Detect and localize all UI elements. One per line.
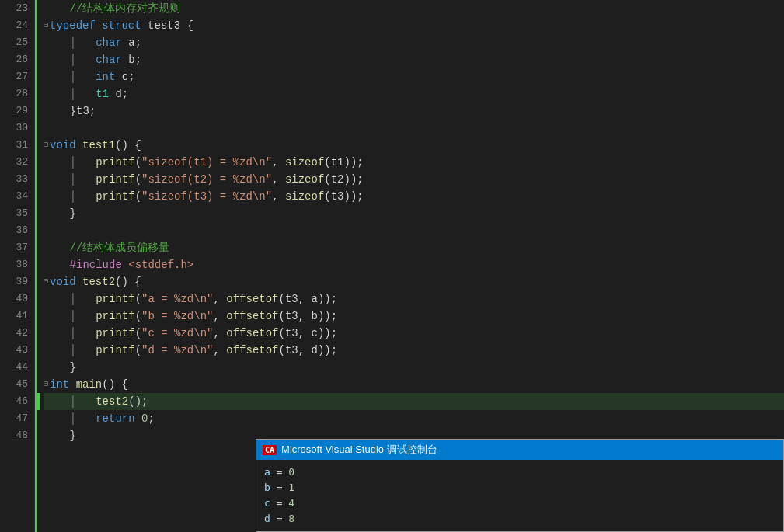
- fn-sizeof-33: sizeof: [285, 171, 324, 188]
- line-num-42: 42: [3, 325, 28, 342]
- kw-void-31: void: [50, 137, 76, 154]
- fn-test2-call: test2: [96, 393, 128, 410]
- fn-offsetof-42: offsetof: [226, 325, 278, 342]
- line-num-36: 36: [3, 222, 28, 239]
- line-num-39: 39: [3, 273, 28, 290]
- code-line-30: [44, 120, 784, 137]
- line-num-31: 31: [3, 137, 28, 154]
- fn-offsetof-40: offsetof: [226, 290, 278, 308]
- line-num-45: 45: [3, 376, 28, 393]
- collapse-icon-39[interactable]: ⊟: [44, 273, 48, 290]
- indent-bar-25: │: [70, 34, 96, 51]
- collapse-icon-45[interactable]: ⊟: [44, 376, 48, 393]
- code-line-40: │ printf ( "a = %zd\n" , offsetof (t3, a…: [44, 290, 784, 308]
- comment-37: //结构体成员偏移量: [70, 239, 170, 256]
- indent-bar-27: │: [70, 68, 96, 85]
- fn-printf-43: printf: [96, 342, 134, 359]
- code-line-28: │ t1 d;: [44, 85, 784, 103]
- str-40: "a = %zd\n": [141, 290, 213, 308]
- line-num-29: 29: [3, 103, 28, 120]
- line-num-38: 38: [3, 256, 28, 273]
- str-32: "sizeof(t1) = %zd\n": [141, 154, 272, 171]
- code-line-31: ⊟ void test1 () {: [44, 137, 784, 154]
- code-line-36: [44, 222, 784, 239]
- line-num-30: 30: [3, 120, 28, 137]
- fn-sizeof-32: sizeof: [285, 154, 324, 171]
- code-line-29: }t3;: [44, 103, 784, 120]
- fn-printf-33: printf: [96, 171, 134, 188]
- line-num-23: 23: [3, 0, 28, 17]
- fn-printf-42: printf: [96, 325, 134, 342]
- code-line-25: │ char a;: [44, 34, 784, 51]
- fn-test1: test1: [82, 137, 115, 154]
- debug-console-body: a = 0 b = 1 c = 4 d = 8: [256, 460, 783, 531]
- debug-console: CA Microsoft Visual Studio 调试控制台 a = 0 b…: [256, 439, 784, 532]
- kw-char-26: char: [96, 51, 122, 68]
- space: [96, 17, 102, 34]
- line-num-43: 43: [3, 342, 28, 359]
- line-num-48: 48: [3, 427, 28, 444]
- num-0: 0: [141, 410, 148, 427]
- kw-struct: struct: [102, 17, 141, 34]
- str-34: "sizeof(t3) = %zd\n": [141, 188, 272, 205]
- left-accent-bar: [35, 0, 37, 532]
- code-line-23: //结构体内存对齐规则: [44, 0, 784, 17]
- fn-offsetof-43: offsetof: [226, 342, 278, 359]
- line-num-46: 46: [3, 393, 28, 410]
- kw-typedef: typedef: [50, 17, 96, 34]
- fn-printf-40: printf: [96, 290, 134, 308]
- code-line-38: #include <stddef.h>: [44, 256, 784, 273]
- code-line-42: │ printf ( "c = %zd\n" , offsetof (t3, c…: [44, 325, 784, 342]
- line-num-35: 35: [3, 205, 28, 222]
- line-accent-46: [37, 393, 40, 410]
- kw-return: return: [96, 410, 134, 427]
- line-num-40: 40: [3, 290, 28, 308]
- struct-name: test3 {: [141, 17, 193, 34]
- debug-console-header: CA Microsoft Visual Studio 调试控制台: [256, 440, 783, 460]
- code-line-43: │ printf ( "d = %zd\n" , offsetof (t3, d…: [44, 342, 784, 359]
- code-line-26: │ char b;: [44, 51, 784, 68]
- line-numbers: 23 24 25 26 27 28 29 30 31 32 33 34 35 3…: [0, 0, 35, 532]
- debug-line-a: a = 0: [264, 464, 775, 480]
- line-num-47: 47: [3, 410, 28, 427]
- code-line-47: │ return 0 ;: [44, 410, 784, 427]
- debug-line-b: b = 1: [264, 480, 775, 495]
- type-t1: t1: [96, 85, 109, 103]
- debug-console-title: Microsoft Visual Studio 调试控制台: [281, 443, 437, 457]
- str-41: "b = %zd\n": [141, 308, 213, 325]
- fn-printf-41: printf: [96, 308, 134, 325]
- kw-int-27: int: [96, 68, 115, 85]
- line-num-32: 32: [3, 154, 28, 171]
- indent-bar-28: │: [70, 85, 96, 103]
- kw-int-45: int: [50, 376, 69, 393]
- line-num-41: 41: [3, 308, 28, 325]
- code-line-46: │ test2 ();: [44, 393, 784, 410]
- debug-line-c: c = 4: [264, 495, 775, 511]
- debug-line-d: d = 8: [264, 511, 775, 527]
- comment-23: //结构体内存对齐规则: [44, 0, 180, 17]
- preproc-38: #include: [70, 256, 122, 273]
- inc-38: <stddef.h>: [128, 256, 193, 273]
- str-43: "d = %zd\n": [141, 342, 213, 359]
- line-num-26: 26: [3, 51, 28, 68]
- code-line-41: │ printf ( "b = %zd\n" , offsetof (t3, b…: [44, 308, 784, 325]
- collapse-icon-31[interactable]: ⊟: [44, 137, 48, 154]
- code-line-37: //结构体成员偏移量: [44, 239, 784, 256]
- line-num-25: 25: [3, 34, 28, 51]
- line-num-44: 44: [3, 359, 28, 376]
- fn-printf-34: printf: [96, 188, 134, 205]
- code-line-45: ⊟ int main () {: [44, 376, 784, 393]
- code-line-32: │ printf ( "sizeof(t1) = %zd\n" , sizeof…: [44, 154, 784, 171]
- code-line-39: ⊟ void test2 () {: [44, 273, 784, 290]
- code-line-33: │ printf ( "sizeof(t2) = %zd\n" , sizeof…: [44, 171, 784, 188]
- line-num-33: 33: [3, 171, 28, 188]
- code-line-35: }: [44, 205, 784, 222]
- line-num-28: 28: [3, 85, 28, 103]
- fn-test2: test2: [82, 273, 115, 290]
- code-line-24: ⊟ typedef struct test3 {: [44, 17, 784, 34]
- line-num-34: 34: [3, 188, 28, 205]
- collapse-icon-24[interactable]: ⊟: [44, 17, 48, 34]
- code-line-34: │ printf ( "sizeof(t3) = %zd\n" , sizeof…: [44, 188, 784, 205]
- line-num-27: 27: [3, 68, 28, 85]
- str-42: "c = %zd\n": [141, 325, 213, 342]
